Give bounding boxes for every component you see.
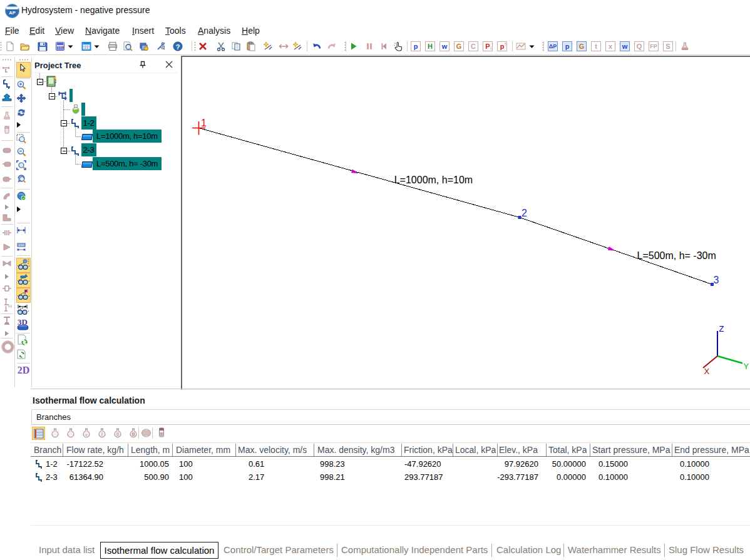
svg-text:Y: Y <box>744 362 749 371</box>
svg-text:L=500m, h= -30m: L=500m, h= -30m <box>637 250 716 261</box>
svg-text:Z: Z <box>719 324 724 333</box>
svg-text:2: 2 <box>521 208 527 218</box>
svg-text:3: 3 <box>714 275 719 285</box>
svg-text:1: 1 <box>201 118 207 128</box>
svg-text:L=1000m, h=10m: L=1000m, h=10m <box>394 175 473 185</box>
svg-text:X: X <box>704 367 710 376</box>
